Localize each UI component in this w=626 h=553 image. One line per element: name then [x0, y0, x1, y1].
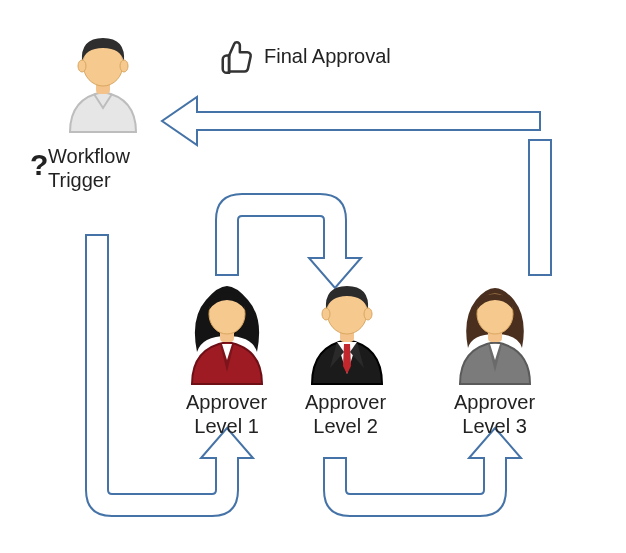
svg-point-9 [364, 308, 372, 320]
approver-2-label: Approver Level 2 [305, 390, 386, 438]
workflow-trigger-icon [58, 32, 148, 146]
approver-3-label: Approver Level 3 [454, 390, 535, 438]
workflow-trigger-label: Workflow Trigger [48, 144, 130, 192]
approver-2-icon [300, 282, 395, 396]
question-mark-icon: ? [30, 148, 48, 182]
approver-1-label: Approver Level 1 [186, 390, 267, 438]
arrow-final-approval [162, 97, 540, 145]
thumbs-up-icon [218, 38, 256, 80]
arrow-approver3-to-final [529, 140, 551, 275]
svg-point-3 [120, 60, 128, 72]
approver-1-icon [180, 282, 275, 396]
final-approval-label: Final Approval [264, 44, 391, 68]
arrow-approver2-to-approver3 [324, 428, 521, 516]
arrow-approver1-to-approver2 [216, 194, 361, 288]
workflow-diagram: { "diagram": { "final_approval_label": "… [0, 0, 626, 553]
svg-point-8 [322, 308, 330, 320]
svg-point-2 [78, 60, 86, 72]
approver-3-icon [448, 282, 543, 396]
